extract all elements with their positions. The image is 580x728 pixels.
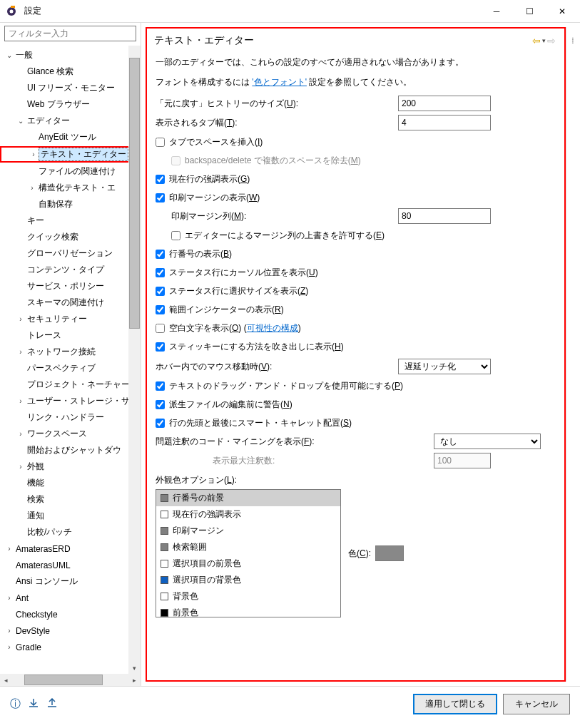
tree-item[interactable]: リンク・ハンドラー: [0, 409, 141, 426]
tree-item[interactable]: 機能: [0, 475, 141, 491]
tree-item[interactable]: ›セキュリティー: [0, 311, 141, 327]
chevron-right-icon[interactable]: ›: [16, 348, 26, 356]
tree-item[interactable]: ⌄エディター: [0, 113, 141, 129]
tree-item[interactable]: 検索: [0, 491, 141, 508]
chevron-right-icon[interactable]: ›: [16, 315, 26, 323]
tree-item[interactable]: AmaterasUML: [0, 557, 141, 573]
preferences-tree[interactable]: ⌄一般Glance 検索UI フリーズ・モニターWeb ブラウザー⌄エディターA…: [0, 46, 141, 657]
back-menu-icon[interactable]: ▾: [542, 37, 546, 44]
list-item[interactable]: 前景色: [156, 605, 340, 617]
tree-item[interactable]: サービス・ポリシー: [0, 278, 141, 294]
chevron-right-icon[interactable]: ›: [29, 150, 39, 158]
chevron-down-icon[interactable]: ⌄: [16, 117, 26, 125]
cursor-pos-checkbox[interactable]: [156, 268, 165, 277]
list-item[interactable]: 行番号の前景: [156, 490, 340, 506]
tab-width-input[interactable]: [398, 115, 491, 130]
hover-select[interactable]: 遅延リッチ化: [398, 359, 491, 374]
sel-size-checkbox[interactable]: [156, 287, 165, 296]
chevron-right-icon[interactable]: ›: [16, 463, 26, 471]
highlight-line-checkbox[interactable]: [156, 175, 165, 184]
tree-item[interactable]: Ansi コンソール: [0, 573, 141, 590]
tree-item[interactable]: 自動保存: [0, 196, 141, 212]
chevron-right-icon[interactable]: ›: [4, 594, 14, 602]
tree-item[interactable]: 比較/パッチ: [0, 524, 141, 540]
tree-item[interactable]: ›構造化テキスト・エ: [0, 180, 141, 196]
tree-item[interactable]: ›外観: [0, 458, 141, 475]
chevron-right-icon[interactable]: ›: [4, 627, 14, 635]
color-button[interactable]: [375, 545, 404, 561]
colors-fonts-link[interactable]: '色とフォント': [252, 77, 307, 87]
chevron-right-icon[interactable]: ›: [4, 643, 14, 651]
tree-item[interactable]: Glance 検索: [0, 63, 141, 80]
chevron-right-icon[interactable]: ›: [4, 545, 14, 553]
back-arrow-icon[interactable]: ⇦: [532, 35, 541, 46]
tree-item[interactable]: UI フリーズ・モニター: [0, 80, 141, 96]
whitespace-checkbox[interactable]: [156, 324, 165, 333]
tree-item[interactable]: クイック検索: [0, 229, 141, 245]
tree-item[interactable]: ›AmaterasERD: [0, 540, 141, 557]
sticky-checkbox[interactable]: [156, 342, 165, 352]
tree-item[interactable]: ›ユーザー・ストレージ・サ: [0, 393, 141, 409]
tree-item[interactable]: スキーマの関連付け: [0, 294, 141, 311]
export-icon[interactable]: [46, 698, 58, 710]
chevron-right-icon[interactable]: ›: [16, 397, 26, 405]
allow-override-checkbox[interactable]: [171, 231, 180, 240]
chevron-down-icon[interactable]: ⌄: [4, 51, 14, 59]
scrollbar-down-icon[interactable]: ▾: [128, 662, 141, 674]
undo-history-input[interactable]: [398, 96, 491, 111]
code-mining-select[interactable]: なし: [434, 434, 541, 449]
chevron-right-icon[interactable]: ›: [27, 184, 37, 192]
tree-item[interactable]: ›DevStyle: [0, 622, 141, 639]
line-numbers-checkbox[interactable]: [156, 250, 165, 259]
derived-warn-checkbox[interactable]: [156, 400, 165, 409]
tree-item[interactable]: ›ネットワーク接続: [0, 344, 141, 360]
horizontal-scrollbar[interactable]: ◂ ▸: [0, 674, 141, 686]
whitespace-config-link[interactable]: 可視性の構成: [247, 323, 298, 333]
maximize-button[interactable]: ☐: [513, 1, 546, 22]
list-item[interactable]: 選択項目の背景色: [156, 572, 340, 588]
list-item[interactable]: 検索範囲: [156, 539, 340, 555]
tree-item[interactable]: ⌄一般: [0, 47, 141, 63]
minimize-button[interactable]: ─: [480, 1, 513, 22]
list-item-label: 印刷マージン: [173, 525, 224, 537]
tree-item[interactable]: Web ブラウザー: [0, 96, 141, 113]
filter-input[interactable]: [4, 26, 136, 41]
tree-item[interactable]: AnyEdit ツール: [0, 129, 141, 145]
print-col-input[interactable]: [398, 208, 491, 224]
import-icon[interactable]: [28, 698, 39, 710]
list-item[interactable]: 現在行の強調表示: [156, 506, 340, 523]
tree-item[interactable]: ファイルの関連付け: [0, 163, 141, 180]
overflow-column[interactable]: ⁞: [566, 27, 580, 682]
list-item[interactable]: 背景色: [156, 588, 340, 605]
tree-item[interactable]: ›Gradle: [0, 639, 141, 655]
tree-item[interactable]: Checkstyle: [0, 606, 141, 622]
tree-item[interactable]: 開始およびシャットダウ: [0, 442, 141, 458]
smart-caret-checkbox[interactable]: [156, 419, 165, 428]
tree-item[interactable]: グローバリゼーション: [0, 245, 141, 262]
list-item[interactable]: 選択項目の前景色: [156, 555, 340, 572]
tree-item[interactable]: キー: [0, 212, 141, 229]
tree-item[interactable]: ›テキスト・エディター: [0, 146, 138, 163]
help-icon[interactable]: ⓘ: [10, 697, 21, 711]
tree-item[interactable]: コンテンツ・タイプ: [0, 262, 141, 278]
cancel-button[interactable]: キャンセル: [503, 694, 570, 714]
tree-item[interactable]: ›Ant: [0, 590, 141, 606]
close-button[interactable]: ✕: [546, 1, 579, 22]
scrollbar-thumb[interactable]: [129, 58, 140, 329]
tree-item[interactable]: プロジェクト・ネーチャー: [0, 376, 141, 393]
print-margin-checkbox[interactable]: [156, 193, 165, 202]
chevron-right-icon[interactable]: ›: [16, 430, 26, 438]
vertical-scrollbar[interactable]: [128, 46, 141, 674]
appearance-listbox[interactable]: 行番号の前景現在行の強調表示印刷マージン検索範囲選択項目の前景色選択項目の背景色…: [156, 489, 341, 617]
dnd-checkbox[interactable]: [156, 381, 165, 391]
list-item-label: 選択項目の背景色: [173, 574, 241, 586]
apply-close-button[interactable]: 適用して閉じる: [413, 694, 497, 714]
tree-item[interactable]: トレース: [0, 327, 141, 344]
tree-item[interactable]: ›ワークスペース: [0, 426, 141, 442]
insert-spaces-checkbox[interactable]: [156, 138, 165, 147]
scrollbar-thumb-h[interactable]: [24, 675, 103, 685]
tree-item[interactable]: パースペクティブ: [0, 360, 141, 376]
tree-item[interactable]: 通知: [0, 508, 141, 524]
range-ind-checkbox[interactable]: [156, 305, 165, 314]
list-item[interactable]: 印刷マージン: [156, 523, 340, 539]
